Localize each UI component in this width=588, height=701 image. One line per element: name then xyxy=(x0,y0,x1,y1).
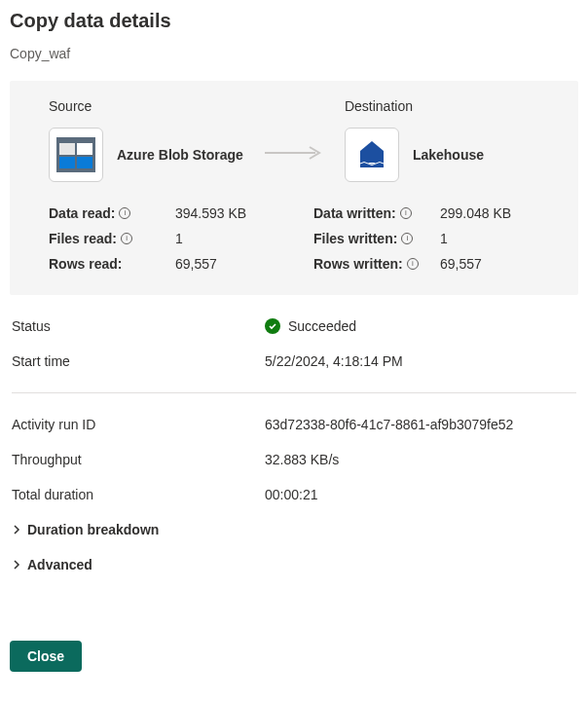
throughput-label: Throughput xyxy=(12,452,265,467)
rows-written-value: 69,557 xyxy=(440,256,482,272)
start-time-label: Start time xyxy=(12,353,265,369)
info-icon[interactable]: i xyxy=(119,207,130,219)
data-written-label: Data written: xyxy=(313,205,396,221)
info-icon[interactable]: i xyxy=(121,233,132,244)
close-button[interactable]: Close xyxy=(10,641,82,672)
activity-name: Copy_waf xyxy=(10,46,578,61)
data-read-value: 394.593 KB xyxy=(175,205,246,221)
svg-rect-1 xyxy=(59,143,75,155)
start-time-value: 5/22/2024, 4:18:14 PM xyxy=(265,353,576,369)
source-heading: Source xyxy=(49,98,243,114)
lakehouse-icon xyxy=(345,128,399,182)
chevron-right-icon xyxy=(12,557,21,572)
files-written-label: Files written: xyxy=(313,231,397,246)
data-written-value: 299.048 KB xyxy=(440,205,511,221)
arrow-icon xyxy=(263,119,325,163)
duration-breakdown-label: Duration breakdown xyxy=(27,522,159,537)
info-icon[interactable]: i xyxy=(407,258,419,270)
blob-storage-icon xyxy=(49,128,103,182)
svg-rect-4 xyxy=(77,157,92,168)
chevron-right-icon xyxy=(12,522,21,537)
rows-read-label: Rows read: xyxy=(49,256,122,272)
source-label: Azure Blob Storage xyxy=(117,147,243,163)
status-value: Succeeded xyxy=(288,318,356,334)
data-read-label: Data read: xyxy=(49,205,115,221)
source-block: Source Azure Blob Storage xyxy=(49,98,243,182)
destination-block: Destination Lakehouse xyxy=(345,98,484,182)
svg-rect-2 xyxy=(77,143,92,155)
success-icon xyxy=(265,318,280,334)
source-stats: Data read:i 394.593 KB Files read:i 1 Ro… xyxy=(49,205,275,272)
rows-read-value: 69,557 xyxy=(175,256,217,272)
advanced-expander[interactable]: Advanced xyxy=(12,557,576,572)
advanced-label: Advanced xyxy=(27,557,92,572)
svg-rect-3 xyxy=(59,157,75,168)
run-id-value: 63d72338-80f6-41c7-8861-af9b3079fe52 xyxy=(265,417,576,432)
files-written-value: 1 xyxy=(440,231,448,246)
duration-label: Total duration xyxy=(12,487,265,502)
destination-label: Lakehouse xyxy=(413,147,484,163)
files-read-value: 1 xyxy=(175,231,183,246)
rows-written-label: Rows written: xyxy=(313,256,403,272)
page-title: Copy data details xyxy=(10,10,578,32)
throughput-value: 32.883 KB/s xyxy=(265,452,576,467)
info-icon[interactable]: i xyxy=(401,233,413,244)
divider xyxy=(12,392,576,393)
info-icon[interactable]: i xyxy=(400,207,412,219)
source-destination-card: Source Azure Blob Storage xyxy=(10,81,578,295)
destination-heading: Destination xyxy=(345,98,484,114)
duration-value: 00:00:21 xyxy=(265,487,576,502)
run-id-label: Activity run ID xyxy=(12,417,265,432)
duration-breakdown-expander[interactable]: Duration breakdown xyxy=(12,522,576,537)
files-read-label: Files read: xyxy=(49,231,117,246)
details-section: Status Succeeded Start time 5/22/2024, 4… xyxy=(10,318,578,572)
destination-stats: Data written:i 299.048 KB Files written:… xyxy=(313,205,539,272)
status-label: Status xyxy=(12,318,265,334)
